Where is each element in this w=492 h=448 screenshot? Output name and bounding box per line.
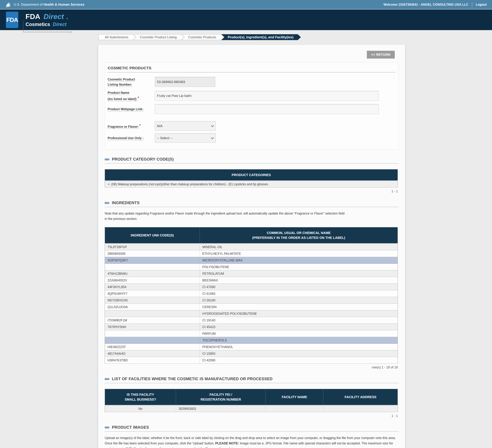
product-categories-pagination: 1 - 1 <box>105 189 398 193</box>
product-categories-column-header: PRODUCT CATEGORIES <box>105 169 398 181</box>
ingredient-name-cell: CI 19140 <box>200 317 398 323</box>
facility-small-business-cell: No <box>105 405 176 412</box>
table-row: HYDROGENATED POLYISOBUTENE <box>105 310 398 317</box>
webpage-link-input[interactable] <box>155 104 379 114</box>
app-subtitle: Cosmetics Direct <box>25 21 68 27</box>
logo-connector-hline <box>23 32 71 32</box>
ingredient-name-cell: CI 45410 <box>200 323 398 330</box>
table-row: (08) Makeup preparations (not eye)(other… <box>105 181 398 188</box>
table-row: 767IP0Y5NHCI 45410 <box>105 323 398 330</box>
hhs-dept-title: U.S. Department of Health & Human Servic… <box>14 2 84 7</box>
hhs-top-bar: U.S. Department of Health & Human Servic… <box>0 0 492 10</box>
logo-connector-vline <box>23 21 23 32</box>
table-row: No 3029953001 <box>105 405 398 412</box>
collapse-icon[interactable] <box>105 202 109 204</box>
app-subtitle-italic: Direct <box>53 22 67 27</box>
collapse-icon[interactable] <box>105 158 109 160</box>
fragrance-flavor-select[interactable]: N/A <box>155 121 216 131</box>
ingredient-name-cell: MICROCRYSTALLINE WAX <box>200 257 398 264</box>
ingredients-pagination: row(s) 1 - 18 of 18 <box>105 365 398 369</box>
table-row-selected: XOF597Q3KYMICROCRYSTALLINE WAX <box>105 257 398 264</box>
table-row: 2ZA36H0S2VBEESWAX <box>105 277 398 284</box>
fragrance-flavor-value: N/A <box>157 124 163 128</box>
ingredient-code-cell: 481744AI4O <box>105 350 200 357</box>
ingredient-name-cell: CERESIN <box>200 303 398 310</box>
ingredient-code-cell: XOF597Q3KY <box>105 257 200 264</box>
listing-number-input[interactable] <box>155 77 215 87</box>
ingredients-note: Note that any update regarding Fragrance… <box>105 211 399 221</box>
app-title: FDA Direct <box>25 13 68 20</box>
listing-number-label: Cosmetic Product Listing Number: <box>108 77 155 87</box>
ingredient-name-cell: PARFUM <box>200 330 398 337</box>
logo-dot <box>67 18 68 19</box>
ingredient-name-cell: CI 15850 <box>200 350 398 357</box>
table-row: H3R47K3TBDCI 42090 <box>105 357 398 364</box>
facility-small-business-column-header: IS THIS FACILITY SMALL BUSINESS? <box>105 389 176 405</box>
webpage-link-label: Product Webpage Link: <box>108 106 155 112</box>
cosmetic-products-form: COSMETIC PRODUCTS Cosmetic Product Listi… <box>105 63 399 150</box>
breadcrumb-label: Cosmetic Products <box>182 34 223 40</box>
app-title-block: FDA Direct Cosmetics Direct <box>23 12 68 28</box>
ingredient-name-cell: POLYISOBUTENE <box>200 264 398 270</box>
product-images-section-title: PRODUCT IMAGES <box>112 425 149 430</box>
ingredients-table: INGREDIENT UNII CODE(S) COMMON, USUAL OR… <box>105 227 398 364</box>
breadcrumb-label: Cosmetic Product Listing <box>134 34 184 40</box>
required-asterisk: * <box>139 124 141 127</box>
return-button[interactable]: << RETURN <box>367 51 395 59</box>
breadcrumb-cosmetic-product-listing[interactable]: Cosmetic Product Listing <box>133 34 184 40</box>
ingredient-code-cell: 767IP0Y5NH <box>105 323 200 330</box>
ingredient-code-cell <box>105 330 200 337</box>
ingredient-name-cell: HYDROGENATED POLYISOBUTENE <box>200 310 398 317</box>
collapse-icon[interactable] <box>105 378 109 380</box>
breadcrumb-all-submissions[interactable]: All Submissions <box>98 34 136 40</box>
app-title-bold: FDA <box>25 12 40 21</box>
facility-fei-column-header: FACILITY FEI / REGISTRATION NUMBER <box>176 389 266 405</box>
table-row: T5L8T28FGPMINERAL OIL <box>105 243 398 250</box>
welcome-user-text: Welcome 15267383641 - ANGEL CONSULTING U… <box>383 3 468 6</box>
ingredient-code-cell <box>105 310 200 317</box>
facilities-table: IS THIS FACILITY SMALL BUSINESS? FACILIT… <box>105 389 398 412</box>
ingredient-name-cell: CI 26100 <box>200 297 398 303</box>
ingredients-section-title: INGREDIENTS <box>112 200 140 205</box>
please-note-bold: PLEASE NOTE: <box>215 441 239 445</box>
ingredient-name-cell: BEESWAX <box>200 277 398 284</box>
ingredient-name-cell: TOCOPHEROLS <box>200 337 398 344</box>
table-row: ND733RX3JNCI 26100 <box>105 297 398 303</box>
ingredients-section-header: INGREDIENTS <box>105 200 399 207</box>
breadcrumb-products-ingredients-facilities[interactable]: Product(s), Ingredient(s), and Facility(… <box>221 34 301 40</box>
product-category-cell: (08) Makeup preparations (not eye)(other… <box>105 181 398 188</box>
header-divider <box>472 2 472 7</box>
ingredient-code-cell: ND733RX3JN <box>105 297 200 303</box>
table-row: HIE492ZZ3TPHENOXYETHANOL <box>105 344 398 350</box>
ingredients-code-column-header: INGREDIENT UNII CODE(S) <box>105 227 200 243</box>
table-row: 4T6H12BN9UPETROLATUM <box>105 270 398 277</box>
ingredient-code-cell: 2ZA36H0S2V <box>105 277 200 284</box>
product-name-label: Product Name (As listed on label):* <box>108 90 155 102</box>
breadcrumb-cosmetic-products[interactable]: Cosmetic Products <box>182 34 224 40</box>
ingredient-code-cell: 4QP5U84YF7 <box>105 290 200 297</box>
ingredient-code-cell: I753WB2F1M <box>105 317 200 323</box>
facilities-section-title: LIST OF FACILITIES WHERE THE COSMETIC IS… <box>112 377 273 381</box>
collapse-icon[interactable] <box>105 427 109 428</box>
main-panel: << RETURN COSMETIC PRODUCTS Cosmetic Pro… <box>98 44 405 448</box>
fragrance-flavor-label: Fragrance or Flavor:* <box>108 123 155 129</box>
table-row: POLYISOBUTENE <box>105 264 398 270</box>
product-name-input[interactable] <box>155 91 379 101</box>
table-row: I753WB2F1MCI 19140 <box>105 317 398 323</box>
product-images-section-header: PRODUCT IMAGES <box>105 425 399 432</box>
ingredient-code-cell: 44F3HYL954 <box>105 284 200 290</box>
table-row: 2865993309ETHYLHEXYL PALMITATE <box>105 250 398 257</box>
table-row: 481744AI4OCI 15850 <box>105 350 398 357</box>
hhs-dept-prefix: U.S. Department of <box>14 2 42 6</box>
professional-use-label: Professional Use Only : <box>108 135 155 141</box>
professional-use-select[interactable]: -- Select -- <box>155 133 216 143</box>
facility-name-cell <box>266 405 323 412</box>
app-subtitle-bold: Cosmetics <box>25 22 50 27</box>
ingredient-code-cell: HIE492ZZ3T <box>105 344 200 350</box>
ingredient-code-cell: T5L8T28FGP <box>105 243 200 250</box>
table-row: Q1LS2UJO3ACERESIN <box>105 303 398 310</box>
table-row: 44F3HYL954CI 47000 <box>105 284 398 290</box>
logout-link[interactable]: Logout <box>476 3 487 6</box>
breadcrumb: All Submissions Cosmetic Product Listing… <box>98 34 492 40</box>
ingredient-code-cell: H3R47K3TBD <box>105 357 200 364</box>
